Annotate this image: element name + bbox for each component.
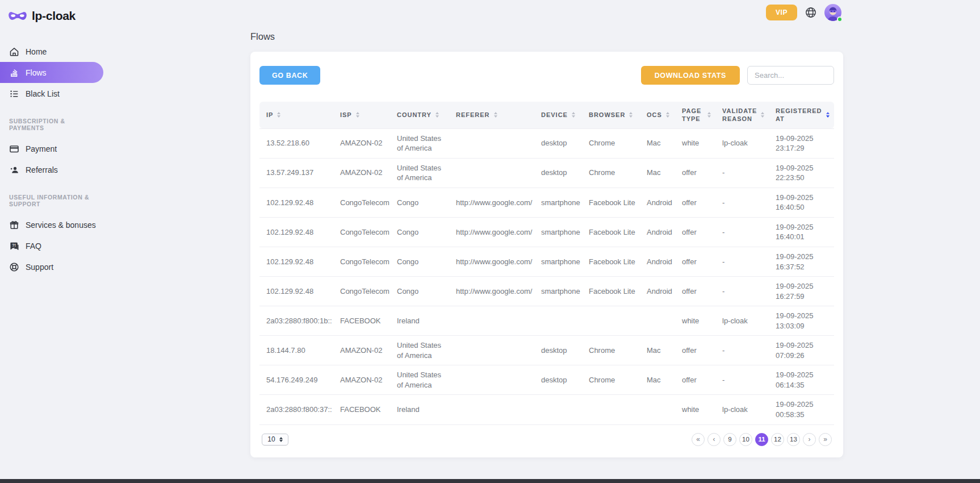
column-header-browser[interactable]: BROWSER [582, 102, 640, 128]
sort-icon [277, 112, 280, 118]
card-toolbar: GO BACK DOWNLOAD STATS [259, 66, 834, 85]
cell-referer [449, 306, 534, 336]
cell-page-type: white [675, 395, 715, 424]
first-page-button[interactable]: « [692, 433, 705, 446]
cell-registered-at: 19-09-2025 16:40:01 [769, 217, 834, 247]
cell-validate-reason: - [715, 158, 769, 188]
cell-country: Congo [390, 247, 449, 276]
cell-country: United States of America [390, 128, 449, 158]
sidebar-item-referrals[interactable]: Referrals [0, 159, 103, 180]
sidebar-item-flows[interactable]: Flows [0, 62, 103, 83]
column-header-referer[interactable]: REFERER [449, 102, 534, 128]
cell-ip: 54.176.249.249 [259, 365, 333, 395]
cell-ip: 2a03:2880:f800:37:: [259, 395, 333, 424]
svg-text:?!: ?! [12, 243, 16, 248]
main-area: Flows GO BACK DOWNLOAD STATS IP ISP COUN [114, 0, 980, 483]
cell-page-type: offer [675, 247, 715, 276]
cell-browser [582, 395, 640, 424]
table-row: 2a03:2880:f800:37:: FACEBOOK Ireland whi… [259, 395, 834, 424]
cell-validate-reason: lp-cloak [715, 306, 769, 336]
cell-browser: Facebook Lite [582, 188, 640, 217]
cell-referer [449, 365, 534, 395]
sidebar-item-payment[interactable]: Payment [0, 138, 103, 159]
sidebar-item-faq[interactable]: ?! FAQ [0, 235, 103, 256]
cell-page-type: white [675, 306, 715, 336]
flows-icon [9, 68, 19, 78]
cell-registered-at: 19-09-2025 23:17:29 [769, 128, 834, 158]
cell-ip: 102.129.92.48 [259, 188, 333, 217]
cell-validate-reason: - [715, 247, 769, 276]
cell-ip: 102.129.92.48 [259, 217, 333, 247]
flows-card: GO BACK DOWNLOAD STATS IP ISP COUNTRY RE… [250, 52, 843, 457]
sidebar-item-home[interactable]: Home [0, 41, 103, 62]
cell-referer: http://www.google.com/ [449, 277, 534, 306]
sort-icon [629, 112, 633, 118]
cell-ip: 13.52.218.60 [259, 128, 333, 158]
cell-isp: AMAZON-02 [333, 336, 390, 365]
cell-device: smartphone [534, 277, 582, 306]
cell-registered-at: 19-09-2025 07:09:26 [769, 336, 834, 365]
page-size-select[interactable]: 10 [262, 434, 288, 445]
go-back-button[interactable]: GO BACK [259, 66, 320, 85]
column-header-isp[interactable]: ISP [333, 102, 390, 128]
cell-referer: http://www.google.com/ [449, 217, 534, 247]
cell-ocs: Android [640, 247, 675, 276]
download-stats-button[interactable]: DOWNLOAD STATS [641, 66, 740, 85]
page-button[interactable]: 9 [723, 433, 736, 446]
cell-browser: Facebook Lite [582, 277, 640, 306]
cell-ocs: Android [640, 188, 675, 217]
sidebar-item-support[interactable]: Support [0, 256, 103, 277]
cell-device: desktop [534, 336, 582, 365]
column-header-page-type[interactable]: PAGE TYPE [675, 102, 715, 128]
page-button[interactable]: 10 [739, 433, 752, 446]
cell-browser: Chrome [582, 336, 640, 365]
sidebar-item-label: Support [26, 263, 53, 272]
referral-user-icon [9, 165, 19, 175]
search-input[interactable] [747, 66, 834, 85]
credit-card-icon [9, 144, 19, 154]
table-row: 13.57.249.137 AMAZON-02 United States of… [259, 158, 834, 188]
sidebar-item-label: Services & bonuses [26, 220, 96, 230]
cell-referer [449, 395, 534, 424]
column-header-country[interactable]: COUNTRY [390, 102, 449, 128]
cell-browser: Chrome [582, 158, 640, 188]
cell-referer: http://www.google.com/ [449, 247, 534, 276]
cell-ip: 102.129.92.48 [259, 247, 333, 276]
cell-device: desktop [534, 365, 582, 395]
cell-country: Congo [390, 277, 449, 306]
stepper-icon [279, 437, 283, 442]
cell-validate-reason: - [715, 217, 769, 247]
table-row: 13.52.218.60 AMAZON-02 United States of … [259, 128, 834, 158]
cell-registered-at: 19-09-2025 00:58:35 [769, 395, 834, 424]
sort-icon [494, 112, 497, 118]
last-page-button[interactable]: » [819, 433, 832, 446]
page-button[interactable]: 12 [771, 433, 784, 446]
sidebar-item-services-bonuses[interactable]: Services & bonuses [0, 214, 103, 235]
cell-page-type: offer [675, 188, 715, 217]
cell-registered-at: 19-09-2025 16:27:59 [769, 277, 834, 306]
pagination: « ‹ 9 10 11 12 13 [692, 433, 832, 446]
cell-device: desktop [534, 158, 582, 188]
cell-ocs: Android [640, 217, 675, 247]
cell-validate-reason: - [715, 188, 769, 217]
page-button[interactable]: 11 [755, 433, 768, 446]
page-button[interactable]: 13 [787, 433, 800, 446]
column-header-registered-at[interactable]: REGISTERED AT [769, 102, 834, 128]
cell-registered-at: 19-09-2025 22:23:50 [769, 158, 834, 188]
brand-name: lp-cloak [32, 9, 76, 23]
next-page-button[interactable]: › [803, 433, 816, 446]
column-header-ocs[interactable]: OCS [640, 102, 675, 128]
cell-ocs: Mac [640, 158, 675, 188]
prev-page-button[interactable]: ‹ [707, 433, 721, 446]
column-header-device[interactable]: DEVICE [534, 102, 582, 128]
table-row: 102.129.92.48 CongoTelecom Congo http://… [259, 277, 834, 306]
cell-validate-reason: - [715, 277, 769, 306]
table-row: 102.129.92.48 CongoTelecom Congo http://… [259, 188, 834, 217]
column-header-ip[interactable]: IP [259, 102, 333, 128]
page-title: Flows [250, 31, 843, 42]
cell-country: Ireland [390, 395, 449, 424]
sidebar-item-black-list[interactable]: Black List [0, 83, 103, 104]
column-header-validate-reason[interactable]: VALIDATE REASON [715, 102, 769, 128]
list-icon [9, 89, 19, 99]
cell-isp: AMAZON-02 [333, 365, 390, 395]
